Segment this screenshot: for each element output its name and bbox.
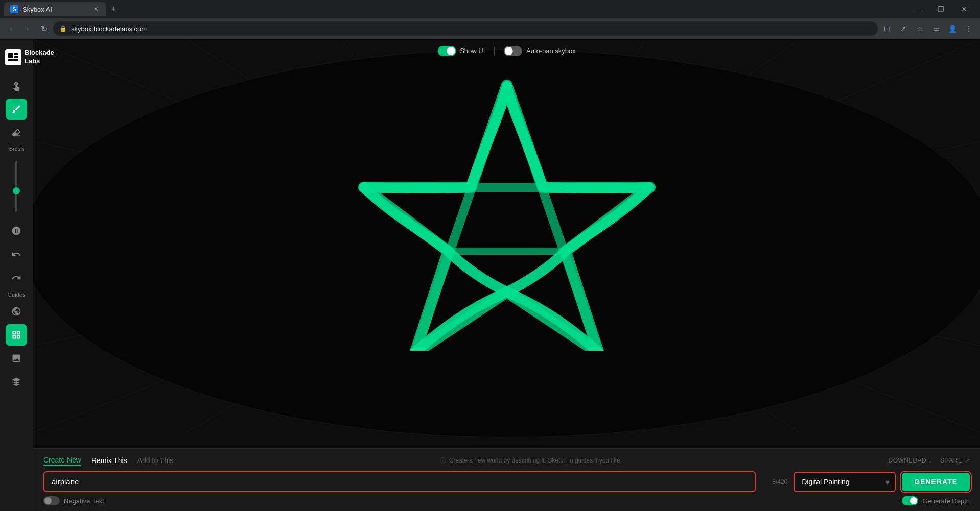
download-button[interactable]: DOWNLOAD ↓ [888, 457, 931, 464]
reload-button[interactable]: ↻ [37, 21, 51, 36]
tab-favicon: S [10, 5, 18, 13]
tool-globe[interactable] [6, 301, 27, 322]
divider: | [493, 45, 496, 56]
auto-pan-toggle-group: Auto-pan skybox [504, 46, 576, 56]
tab-create-new[interactable]: Create New [43, 455, 81, 466]
minimize-button[interactable]: — [905, 0, 929, 18]
tab-title: Skybox AI [22, 6, 88, 13]
show-ui-label: Show UI [460, 47, 485, 55]
show-ui-toggle-group: Show UI [437, 46, 485, 56]
left-sidebar: Blockade Labs Brush [0, 39, 33, 511]
back-button[interactable]: ‹ [4, 21, 18, 36]
generate-depth-toggle[interactable] [902, 496, 918, 505]
tool-grid[interactable] [6, 324, 27, 346]
lock-icon: 🔒 [59, 25, 67, 32]
logo-area: Blockade Labs [0, 43, 33, 74]
bottom-controls: 8/420 Digital Painting Realistic Anime O… [43, 471, 970, 492]
translate-icon[interactable]: ⊟ [880, 21, 894, 36]
share-icon[interactable]: ↗ [896, 21, 911, 36]
tab-remix-this[interactable]: Remix This [91, 455, 127, 466]
canvas-area[interactable]: .grid-line { stroke: #2a3a2a; stroke-wid… [33, 39, 980, 511]
logo-text: Blockade Labs [25, 48, 54, 66]
bottom-tabs: Create New Remix This Add to This ⓘ Crea… [43, 455, 970, 466]
style-select[interactable]: Digital Painting Realistic Anime Oil Pai… [794, 472, 896, 492]
tool-no[interactable] [6, 220, 27, 241]
info-text: Create a new world by describing it. Ske… [449, 457, 622, 464]
forward-button[interactable]: › [20, 21, 35, 36]
negative-text-group: Negative Text [43, 496, 104, 505]
guides-label: Guides [8, 291, 26, 298]
tool-image[interactable] [6, 348, 27, 369]
svg-rect-0 [8, 53, 13, 58]
profile-icon[interactable]: 👤 [945, 21, 960, 36]
bottom-panel: Create New Remix This Add to This ⓘ Crea… [33, 448, 980, 511]
tab-add-to-this[interactable]: Add to This [137, 455, 174, 466]
negative-text-toggle[interactable] [43, 496, 60, 505]
tab-close-button[interactable]: ✕ [92, 5, 100, 13]
sidebar-icon[interactable]: ▭ [929, 21, 943, 36]
bottom-footer: Negative Text Generate Depth [43, 496, 970, 505]
auto-pan-label: Auto-pan skybox [526, 47, 576, 55]
tool-hand[interactable] [6, 75, 27, 96]
brush-label: Brush [9, 145, 24, 152]
auto-pan-toggle[interactable] [504, 46, 522, 56]
browser-tab[interactable]: S Skybox AI ✕ [4, 2, 106, 16]
char-count: 8/420 [762, 478, 787, 485]
tool-undo[interactable] [6, 244, 27, 265]
brush-size-slider[interactable] [15, 161, 17, 212]
svg-rect-1 [14, 53, 18, 55]
generate-depth-group: Generate Depth [902, 496, 970, 505]
new-tab-button[interactable]: + [106, 2, 121, 16]
restore-button[interactable]: ❐ [929, 0, 952, 18]
generate-depth-label: Generate Depth [922, 497, 970, 505]
share-button[interactable]: SHARE ↗ [940, 457, 970, 464]
blockade-logo-icon [5, 49, 21, 65]
address-bar[interactable]: 🔒 skybox.blockadelabs.com [53, 21, 878, 36]
url-text: skybox.blockadelabs.com [71, 25, 147, 33]
tool-cube[interactable] [6, 371, 27, 393]
close-button[interactable]: ✕ [952, 0, 976, 18]
star-drawing [328, 70, 686, 351]
tool-redo[interactable] [6, 267, 27, 288]
show-ui-toggle[interactable] [437, 46, 456, 56]
menu-icon[interactable]: ⋮ [962, 21, 976, 36]
svg-rect-3 [8, 59, 18, 61]
top-bar: Show UI | Auto-pan skybox [437, 45, 576, 56]
prompt-input[interactable] [43, 471, 756, 492]
brush-section [15, 154, 17, 219]
negative-text-label: Negative Text [64, 497, 104, 505]
svg-rect-2 [14, 56, 18, 58]
bookmark-icon[interactable]: ☆ [913, 21, 927, 36]
tab-info: ⓘ Create a new world by describing it. S… [440, 456, 622, 465]
generate-button[interactable]: GENERATE [902, 473, 970, 491]
style-select-wrapper: Digital Painting Realistic Anime Oil Pai… [794, 472, 896, 492]
tool-brush[interactable] [6, 99, 27, 120]
tool-eraser[interactable] [6, 122, 27, 143]
